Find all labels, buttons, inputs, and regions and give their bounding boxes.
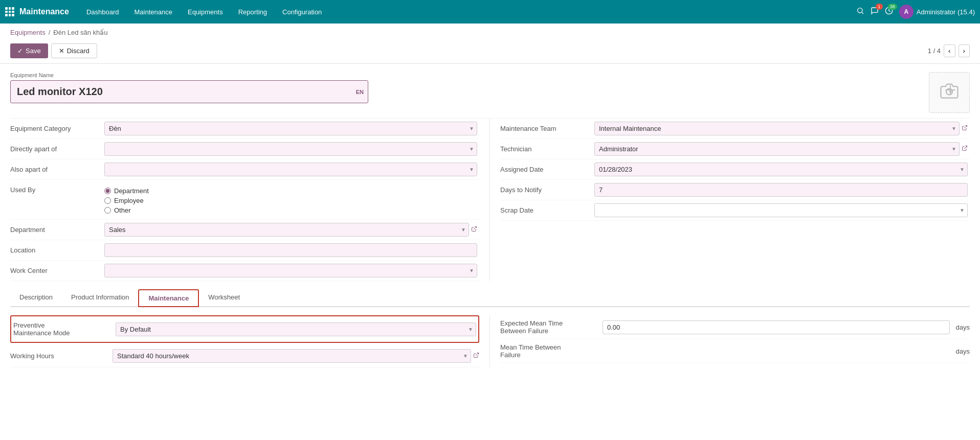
equipment-name-input-wrap: EN	[10, 80, 368, 103]
form-left-column: Equipment Category Đèn ▼ Directly apart …	[10, 119, 490, 281]
also-apart-of-select[interactable]	[104, 163, 477, 176]
assigned-date-select[interactable]: 01/28/2023	[594, 163, 968, 176]
also-apart-of-label: Also apart of	[10, 164, 102, 175]
location-input[interactable]	[104, 243, 477, 257]
svg-line-9	[474, 227, 477, 230]
radio-employee[interactable]: Employee	[104, 197, 477, 204]
maintenance-tab-content: PreventiveMaintenance Mode By Default Ba…	[10, 307, 970, 376]
department-external-link-icon[interactable]	[471, 226, 477, 234]
also-apart-of-row: Also apart of ▼	[10, 159, 479, 180]
breadcrumb-parent[interactable]: Equipments	[10, 29, 46, 36]
scrap-date-select[interactable]	[594, 203, 968, 217]
expected-mtbf-input[interactable]	[603, 320, 950, 334]
save-button[interactable]: ✓ Save	[10, 43, 48, 58]
user-menu[interactable]: A Administrator (15.4)	[899, 5, 975, 19]
expected-mtbf-row: Expected Mean TimeBetween Failure days	[500, 315, 970, 339]
next-record-button[interactable]: ›	[959, 44, 970, 57]
pagination: 1 / 4 ‹ ›	[928, 44, 970, 57]
working-hours-value: Standard 40 hours/week ▼	[113, 349, 479, 363]
maintenance-team-row: Maintenance Team Internal Maintenance ▼	[500, 119, 970, 139]
working-hours-row: Working Hours Standard 40 hours/week ▼	[10, 345, 479, 367]
search-icon-btn[interactable]	[856, 7, 864, 17]
camera-icon	[940, 82, 959, 104]
radio-department-label: Department	[114, 187, 149, 195]
discard-button[interactable]: ✕ Discard	[51, 43, 97, 58]
mtbf-row: Mean Time BetweenFailure days	[500, 339, 970, 363]
nav-item-reporting[interactable]: Reporting	[231, 5, 274, 19]
days-to-notify-row: Days to Notify	[500, 180, 970, 200]
used-by-value: Department Employee Other	[102, 184, 479, 217]
nav-item-equipments[interactable]: Equipments	[181, 5, 230, 19]
also-apart-of-value: ▼	[102, 161, 479, 177]
radio-other[interactable]: Other	[104, 206, 477, 214]
breadcrumb-current: Đèn Led sân khấu	[53, 29, 107, 36]
breadcrumb-separator: /	[49, 29, 51, 36]
radio-employee-input[interactable]	[104, 197, 111, 204]
directly-apart-of-value: ▼	[102, 141, 479, 157]
app-title: Maintenance	[19, 7, 69, 16]
tab-maintenance[interactable]: Maintenance	[138, 289, 199, 307]
activity-icon-btn[interactable]: 38	[885, 7, 893, 17]
work-center-row: Work Center ▼	[10, 261, 479, 281]
technician-select[interactable]: Administrator	[594, 142, 960, 156]
maintenance-team-value: Internal Maintenance ▼	[592, 121, 970, 136]
equipment-name-section: Equipment Name EN	[10, 64, 970, 118]
working-hours-external-link-icon[interactable]	[473, 352, 479, 360]
work-center-value: ▼	[102, 263, 479, 279]
mtbf-label: Mean Time BetweenFailure	[500, 341, 603, 361]
used-by-radio-group: Department Employee Other	[104, 185, 477, 216]
technician-value: Administrator ▼	[592, 141, 970, 157]
directly-apart-of-row: Directly apart of ▼	[10, 139, 479, 159]
svg-line-1	[862, 12, 863, 14]
maintenance-team-select[interactable]: Internal Maintenance	[594, 122, 960, 135]
avatar: A	[899, 5, 914, 19]
equipment-category-row: Equipment Category Đèn ▼	[10, 119, 479, 139]
nav-icons: 1 38 A Administrator (15.4)	[856, 5, 975, 19]
assigned-date-value: 01/28/2023 ▼	[592, 161, 970, 177]
main-form-grid: Equipment Category Đèn ▼ Directly apart …	[10, 118, 970, 281]
days-to-notify-input[interactable]	[594, 183, 968, 197]
equipment-category-label: Equipment Category	[10, 123, 102, 134]
lang-badge[interactable]: EN	[352, 87, 368, 97]
equipment-name-input[interactable]	[11, 81, 352, 103]
maintenance-form-grid: PreventiveMaintenance Mode By Default Ba…	[10, 315, 970, 367]
technician-external-link-icon[interactable]	[962, 145, 968, 153]
days-to-notify-label: Days to Notify	[500, 184, 592, 196]
app-grid-icon[interactable]	[5, 7, 14, 16]
top-navigation: Maintenance Dashboard Maintenance Equipm…	[0, 0, 980, 24]
nav-item-dashboard[interactable]: Dashboard	[79, 5, 126, 19]
tab-product-information[interactable]: Product Information	[62, 289, 138, 307]
svg-line-10	[964, 126, 967, 129]
work-center-select[interactable]	[104, 264, 477, 277]
radio-department-input[interactable]	[104, 188, 111, 194]
nav-item-maintenance[interactable]: Maintenance	[127, 5, 180, 19]
equipment-category-select[interactable]: Đèn	[104, 122, 477, 135]
technician-row: Technician Administrator ▼	[500, 139, 970, 159]
radio-department[interactable]: Department	[104, 187, 477, 195]
working-hours-select[interactable]: Standard 40 hours/week	[113, 349, 471, 363]
form-right-column: Maintenance Team Internal Maintenance ▼	[490, 119, 970, 281]
technician-label: Technician	[500, 143, 592, 155]
nav-item-configuration[interactable]: Configuration	[275, 5, 329, 19]
tab-worksheet[interactable]: Worksheet	[199, 289, 249, 307]
maintenance-team-external-link-icon[interactable]	[962, 125, 968, 132]
equipment-photo[interactable]	[929, 72, 970, 113]
department-select[interactable]: Sales	[104, 223, 469, 237]
assigned-date-row: Assigned Date 01/28/2023 ▼	[500, 159, 970, 180]
save-label: Save	[26, 47, 41, 55]
chat-icon-btn[interactable]: 1	[871, 7, 879, 17]
tab-description[interactable]: Description	[10, 289, 62, 307]
prev-record-button[interactable]: ‹	[944, 44, 955, 57]
chat-badge: 1	[876, 4, 883, 10]
radio-other-input[interactable]	[104, 207, 111, 214]
preventive-mode-select[interactable]: By Default Based on time Based on usage	[116, 322, 476, 336]
department-value: Sales ▼	[102, 222, 479, 238]
svg-line-12	[476, 353, 479, 356]
maintenance-team-label: Maintenance Team	[500, 123, 592, 134]
mtbf-value: days	[603, 348, 970, 355]
used-by-label: Used By	[10, 184, 102, 196]
preventive-mode-value: By Default Based on time Based on usage …	[116, 322, 476, 336]
expected-mtbf-days-label: days	[956, 323, 970, 331]
work-center-label: Work Center	[10, 265, 102, 276]
directly-apart-of-select[interactable]	[104, 142, 477, 156]
